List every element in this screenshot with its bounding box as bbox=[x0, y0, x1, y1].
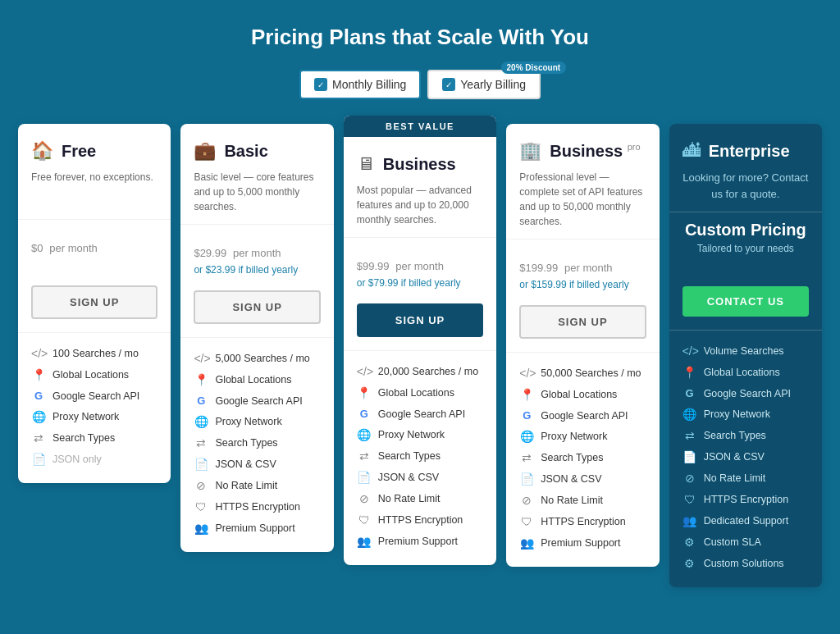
contact-us-button[interactable]: CONTACT US bbox=[682, 286, 809, 317]
feature-item: ⊘No Rate Limit bbox=[357, 488, 483, 509]
google-icon: G bbox=[682, 387, 697, 399]
yearly-billing-option[interactable]: 20% Discount ✓ Yearly Billing bbox=[427, 70, 541, 99]
globe-icon: 🌐 bbox=[357, 428, 372, 441]
monthly-billing-label: Monthly Billing bbox=[332, 78, 406, 91]
rate-icon: ⊘ bbox=[519, 494, 534, 507]
enterprise-custom-pricing: Custom Pricing bbox=[682, 221, 809, 239]
plan-basic-title-row: 💼 Basic bbox=[194, 140, 320, 162]
plan-enterprise: 🏙 Enterprise Looking for more? Contact u… bbox=[669, 124, 822, 587]
enterprise-icon: 🏙 bbox=[682, 140, 701, 162]
best-value-badge: BEST VALUE bbox=[344, 116, 496, 137]
code-icon: </> bbox=[682, 344, 697, 358]
business-pro-signup-button[interactable]: SIGN UP bbox=[519, 305, 646, 339]
support-icon: 👥 bbox=[194, 522, 208, 535]
feature-item: 📄JSON & CSV bbox=[194, 454, 320, 475]
business-pro-yearly-price: or $159.99 if billed yearly bbox=[519, 279, 646, 290]
business-pro-price: $199.99 per month bbox=[519, 251, 646, 277]
location-icon: 📍 bbox=[519, 388, 534, 401]
business-plan-desc: Most popular — advanced features and up … bbox=[357, 183, 483, 227]
solutions-icon: ⚙ bbox=[682, 557, 697, 570]
plans-container: 🏠 Free Free forever, no exceptions. $0 p… bbox=[18, 124, 822, 587]
monthly-billing-option[interactable]: ✓ Monthly Billing bbox=[299, 70, 421, 99]
feature-item: </>Volume Searches bbox=[682, 340, 809, 362]
basic-signup-button[interactable]: SIGN UP bbox=[194, 290, 320, 324]
code-icon: </> bbox=[194, 352, 208, 365]
business-pro-plan-name: Business pro bbox=[550, 142, 640, 161]
feature-item: ⚙Custom Solutions bbox=[682, 553, 809, 574]
globe-icon: 🌐 bbox=[519, 430, 534, 443]
feature-item: 👥Premium Support bbox=[357, 531, 483, 552]
google-icon: G bbox=[357, 408, 372, 420]
shield-icon: 🛡 bbox=[519, 515, 534, 528]
enterprise-plan-desc: Looking for more? Contact us for a quote… bbox=[682, 170, 809, 202]
shield-icon: 🛡 bbox=[357, 513, 372, 527]
plan-free: 🏠 Free Free forever, no exceptions. $0 p… bbox=[18, 124, 171, 483]
feature-item: GGoogle Search API bbox=[194, 390, 320, 411]
basic-features: </>5,000 Searches / mo 📍Global Locations… bbox=[180, 337, 333, 552]
business-signup-button[interactable]: SIGN UP bbox=[357, 303, 483, 337]
plan-basic-header: 💼 Basic Basic level — core features and … bbox=[180, 124, 333, 225]
feature-item: GGoogle Search API bbox=[519, 405, 646, 426]
plan-enterprise-header: 🏙 Enterprise Looking for more? Contact u… bbox=[669, 124, 822, 212]
plan-enterprise-title-row: 🏙 Enterprise bbox=[682, 140, 809, 162]
free-icon: 🏠 bbox=[31, 140, 53, 162]
plan-business-title-row: 🖥 Business bbox=[357, 153, 483, 175]
plan-business-pro: 🏢 Business pro Professional level — comp… bbox=[506, 124, 659, 567]
business-icon: 🖥 bbox=[357, 153, 375, 175]
json-icon: 📄 bbox=[519, 472, 534, 486]
basic-pricing: $29.99 per month or $23.99 if billed yea… bbox=[180, 225, 333, 290]
plan-free-header: 🏠 Free Free forever, no exceptions. bbox=[18, 124, 171, 220]
free-signup-button[interactable]: SIGN UP bbox=[31, 285, 158, 319]
business-pro-features: </>50,000 Searches / mo 📍Global Location… bbox=[506, 352, 659, 567]
feature-item: 📄JSON & CSV bbox=[357, 467, 483, 488]
dedicated-support-icon: 👥 bbox=[682, 514, 697, 527]
location-icon: 📍 bbox=[357, 386, 372, 399]
discount-badge: 20% Discount bbox=[501, 62, 567, 74]
business-pro-icon: 🏢 bbox=[519, 140, 541, 162]
feature-item: 📄JSON & CSV bbox=[519, 468, 646, 490]
business-pro-cta: SIGN UP bbox=[506, 305, 659, 352]
feature-item: 🛡HTTPS Encryption bbox=[519, 511, 646, 532]
feature-item: </>5,000 Searches / mo bbox=[194, 348, 320, 369]
feature-item: GGoogle Search API bbox=[357, 404, 483, 424]
enterprise-tailored: Tailored to your needs bbox=[682, 243, 809, 254]
search-types-icon: ⇄ bbox=[31, 431, 46, 445]
json-icon: 📄 bbox=[31, 453, 46, 466]
support-icon: 👥 bbox=[357, 535, 372, 548]
enterprise-plan-name: Enterprise bbox=[709, 142, 790, 161]
globe-icon: 🌐 bbox=[31, 410, 46, 423]
feature-item: 👥Dedicated Support bbox=[682, 510, 809, 531]
pro-suffix: pro bbox=[628, 142, 641, 152]
page-title: Pricing Plans that Scale With You bbox=[16, 25, 824, 50]
free-pricing: $0 per month bbox=[18, 220, 171, 285]
feature-item: 🛡HTTPS Encryption bbox=[357, 509, 483, 531]
feature-item: 🌐Proxy Network bbox=[194, 411, 320, 432]
free-plan-name: Free bbox=[62, 142, 96, 161]
google-icon: G bbox=[194, 395, 208, 407]
business-pro-plan-desc: Professional level — complete set of API… bbox=[519, 170, 646, 229]
free-price: $0 per month bbox=[31, 231, 158, 258]
plan-business-pro-title-row: 🏢 Business pro bbox=[519, 140, 646, 162]
feature-item: ⇄Search Types bbox=[682, 425, 809, 446]
globe-icon: 🌐 bbox=[682, 408, 697, 421]
search-types-icon: ⇄ bbox=[357, 449, 372, 463]
feature-item: GGoogle Search API bbox=[682, 383, 809, 404]
basic-icon: 💼 bbox=[194, 140, 216, 162]
rate-icon: ⊘ bbox=[682, 472, 697, 485]
feature-item: </>100 Searches / mo bbox=[31, 343, 158, 364]
feature-item: GGoogle Search API bbox=[31, 385, 158, 406]
feature-item: 🛡HTTPS Encryption bbox=[194, 496, 320, 518]
search-types-icon: ⇄ bbox=[682, 429, 697, 442]
basic-yearly-price: or $23.99 if billed yearly bbox=[194, 264, 320, 276]
feature-item: </>20,000 Searches / mo bbox=[357, 361, 483, 382]
enterprise-pricing: Custom Pricing Tailored to your needs bbox=[669, 212, 822, 278]
plan-free-title-row: 🏠 Free bbox=[31, 140, 158, 162]
json-icon: 📄 bbox=[357, 471, 372, 484]
business-price: $99.99 per month bbox=[357, 249, 483, 276]
rate-icon: ⊘ bbox=[357, 492, 372, 505]
plan-business-header: 🖥 Business Most popular — advanced featu… bbox=[344, 137, 496, 238]
business-features: </>20,000 Searches / mo 📍Global Location… bbox=[344, 350, 496, 565]
feature-item: ⚙Custom SLA bbox=[682, 531, 809, 553]
search-types-icon: ⇄ bbox=[194, 436, 208, 449]
feature-item: ⇄Search Types bbox=[357, 445, 483, 467]
